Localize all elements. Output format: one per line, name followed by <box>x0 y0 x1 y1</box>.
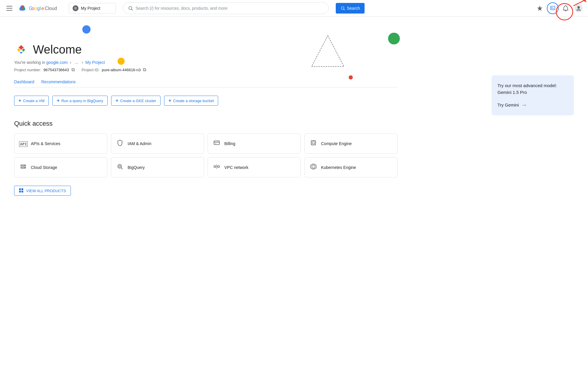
card-label: Kubernetes Engine <box>321 165 356 170</box>
project-number-label: Project number: <box>14 68 41 72</box>
bigquery-button[interactable]: + Run a query in BigQuery <box>52 96 108 106</box>
sparkle-icon <box>537 5 543 11</box>
search-button-label: Search <box>347 6 360 11</box>
svg-text:Cloud: Cloud <box>45 6 57 11</box>
svg-point-13 <box>341 6 344 9</box>
project-id-label: Project ID: <box>82 68 100 72</box>
search-bar[interactable]: Search (/) for resources, docs, products… <box>123 2 329 14</box>
svg-point-2 <box>21 6 24 9</box>
grid-icon <box>19 188 24 193</box>
main-content: Welcome You're working in google.com › .… <box>0 16 412 207</box>
svg-rect-46 <box>21 188 23 190</box>
google-cloud-logo[interactable]: G o o g l e Cloud <box>18 4 64 12</box>
billing-icon <box>213 139 220 146</box>
svg-text:o: o <box>34 6 37 11</box>
svg-line-14 <box>344 9 345 10</box>
gemini-icon-button[interactable] <box>534 2 546 14</box>
create-gke-button[interactable]: + Create a GKE cluster <box>111 96 161 106</box>
cloud-shell-button[interactable] <box>547 2 559 14</box>
hamburger-menu[interactable] <box>4 2 15 14</box>
quick-access-row-2: Cloud StorageBigQueryVPC networkKubernet… <box>14 157 397 177</box>
welcome-title: Welcome <box>33 42 82 57</box>
project-number-value: 967543736643 <box>44 68 69 72</box>
bigquery-icon-card[interactable]: BigQuery <box>111 157 204 177</box>
svg-line-36 <box>121 168 123 169</box>
search-button[interactable]: Search <box>336 3 365 14</box>
terminal-icon <box>550 6 555 11</box>
card-label: Compute Engine <box>321 141 352 146</box>
create-storage-bucket-button[interactable]: + Create a storage bucket <box>164 96 218 106</box>
card-label: VPC network <box>224 165 248 170</box>
bell-icon <box>562 5 569 11</box>
svg-rect-26 <box>312 142 314 144</box>
api-icon-card[interactable]: APIAPIs & Services <box>14 133 107 154</box>
svg-rect-15 <box>551 6 555 10</box>
quick-access-title: Quick access <box>14 120 397 127</box>
page-wrapper: Welcome You're working in google.com › .… <box>0 16 588 207</box>
svg-marker-43 <box>311 164 316 169</box>
project-id-item: Project ID: pure-album-446616-n3 ⧉ <box>82 67 146 72</box>
project-meta: Project number: 967543736643 ⧉ Project I… <box>14 67 397 72</box>
svg-marker-44 <box>312 165 315 168</box>
svg-rect-47 <box>19 191 21 192</box>
card-label: BigQuery <box>128 165 145 170</box>
project-name: My Project <box>81 6 100 11</box>
storage-icon-card[interactable]: Cloud Storage <box>14 157 107 177</box>
iam-icon-card[interactable]: IAM & Admin <box>111 133 204 154</box>
svg-rect-38 <box>214 166 216 167</box>
svg-point-11 <box>129 6 132 10</box>
top-navigation: G o o g l e Cloud My Project Search (/) … <box>0 0 588 16</box>
gemini-panel-description: Try our most advanced model: Gemini 1.5 … <box>497 82 568 96</box>
tab-recommendations[interactable]: Recommendations <box>41 77 76 87</box>
billing-icon-card[interactable]: Billing <box>208 133 301 154</box>
svg-line-12 <box>131 9 133 10</box>
account-circle-icon <box>574 4 583 12</box>
try-gemini-label: Try Gemini <box>497 102 519 107</box>
compute-icon-card[interactable]: Compute Engine <box>304 133 397 154</box>
copy-project-id-button[interactable]: ⧉ <box>143 67 146 72</box>
notifications-button[interactable] <box>560 2 572 14</box>
svg-point-34 <box>25 167 25 168</box>
svg-text:g: g <box>37 6 40 11</box>
svg-rect-45 <box>19 188 21 190</box>
search-icon <box>128 6 133 11</box>
svg-point-33 <box>25 165 25 166</box>
tab-dashboard[interactable]: Dashboard <box>14 77 34 87</box>
search-placeholder-text: Search (/) for resources, docs, products… <box>136 6 324 11</box>
svg-point-17 <box>577 6 580 9</box>
svg-point-35 <box>118 165 122 168</box>
card-label: Billing <box>224 141 235 146</box>
api-icon: API <box>19 141 28 147</box>
try-gemini-link[interactable]: Try Gemini → <box>497 102 568 108</box>
create-vm-button[interactable]: + Create a VM <box>14 96 49 106</box>
svg-text:e: e <box>41 6 44 11</box>
project-selector[interactable]: My Project <box>69 3 116 14</box>
storage-icon <box>20 163 26 170</box>
working-in-text: You're working in google.com › ... › My … <box>14 60 397 65</box>
gemini-panel: Try our most advanced model: Gemini 1.5 … <box>492 75 574 115</box>
account-button[interactable] <box>573 2 584 14</box>
svg-rect-48 <box>21 191 23 192</box>
action-buttons-bar: + Create a VM + Run a query in BigQuery … <box>14 96 397 106</box>
k8s-icon <box>310 163 317 170</box>
svg-rect-22 <box>214 141 219 145</box>
card-label: APIs & Services <box>31 141 60 146</box>
view-all-products-button[interactable]: VIEW ALL PRODUCTS <box>14 186 71 196</box>
search-btn-icon <box>340 6 345 11</box>
vpc-icon-card[interactable]: VPC network <box>208 157 301 177</box>
svg-point-37 <box>119 165 121 167</box>
project-number-item: Project number: 967543736643 ⧉ <box>14 67 75 72</box>
project-link[interactable]: My Project <box>86 60 105 65</box>
compute-icon <box>310 139 317 146</box>
domain-link[interactable]: google.com <box>46 60 68 65</box>
view-all-products-label: VIEW ALL PRODUCTS <box>26 189 66 193</box>
topnav-right-actions <box>534 2 584 14</box>
copy-project-number-button[interactable]: ⧉ <box>71 67 75 72</box>
bigquery-icon <box>117 163 123 170</box>
svg-text:o: o <box>32 6 34 11</box>
k8s-icon-card[interactable]: Kubernetes Engine <box>304 157 397 177</box>
card-label: IAM & Admin <box>128 141 151 146</box>
card-label: Cloud Storage <box>31 165 57 170</box>
quick-access-row-1: APIAPIs & ServicesIAM & AdminBillingComp… <box>14 133 397 154</box>
google-cloud-wordmark: G o o g l e Cloud <box>29 5 64 11</box>
